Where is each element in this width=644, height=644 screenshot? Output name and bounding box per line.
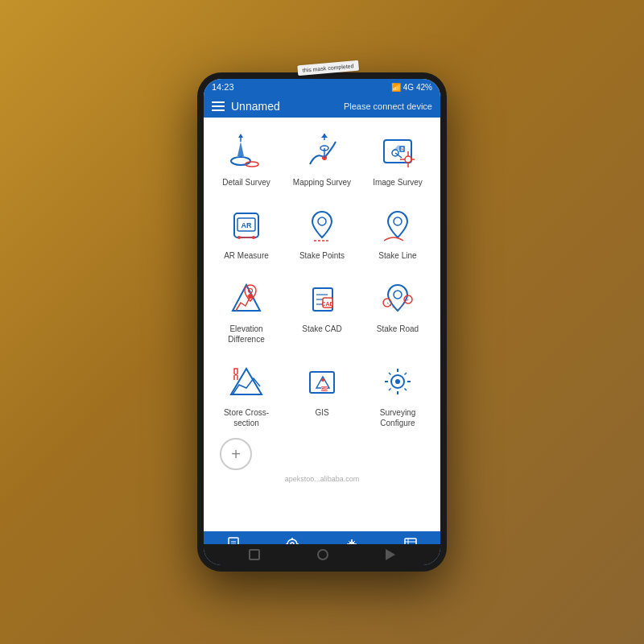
circle-button[interactable] (317, 549, 328, 560)
signal-text: 4G (403, 83, 414, 92)
stake-line-label: Stake Line (378, 250, 416, 261)
svg-line-61 (405, 389, 407, 391)
square-button[interactable] (249, 549, 260, 560)
svg-marker-20 (402, 148, 403, 150)
watermark: apekstoo...alibaba.com (207, 473, 437, 485)
status-icons: 📶 4G 42% (391, 83, 432, 92)
stake-points-icon (300, 204, 344, 247)
battery-text: 42% (416, 83, 432, 92)
gis-label: GIS (315, 407, 328, 418)
svg-text:GIS: GIS (321, 386, 328, 391)
svg-point-29 (394, 217, 402, 225)
svg-point-39 (394, 291, 402, 299)
svg-point-27 (318, 217, 326, 225)
hardware-buttons (204, 544, 440, 565)
status-time: 14:23 (212, 82, 234, 92)
svg-marker-45 (234, 369, 237, 375)
back-button[interactable] (386, 549, 395, 560)
stake-points-label: Stake Points (299, 250, 345, 261)
hamburger-menu[interactable] (212, 101, 225, 111)
svg-point-25 (237, 236, 241, 239)
add-button[interactable]: + (220, 438, 252, 470)
surveying-configure-icon (376, 361, 419, 404)
content-area: Detail Survey (204, 118, 440, 531)
elevation-difference-icon (225, 277, 268, 320)
stake-cad-icon: CAD (300, 277, 344, 320)
stake-cad-label: Stake CAD (302, 324, 341, 334)
elevation-difference-label: Elevation Difference (213, 324, 279, 345)
store-cross-section-icon (225, 361, 268, 404)
svg-point-0 (231, 157, 250, 165)
top-bar-left: Unnamed (212, 100, 280, 113)
svg-point-26 (252, 236, 255, 239)
connect-status: Please connect device (344, 101, 432, 111)
ar-measure-icon: AR (225, 204, 268, 247)
surveying-configure-label: Surveying Configure (365, 407, 431, 428)
grid-item-gis[interactable]: GIS GIS (286, 354, 358, 435)
svg-point-50 (321, 378, 324, 382)
ar-measure-label: AR Measure (224, 250, 269, 261)
image-survey-icon (376, 130, 419, 174)
grid-item-detail-survey[interactable]: Detail Survey (210, 124, 283, 194)
phone: this mask completed 14:23 📶 4G 42% Unnam… (197, 72, 447, 572)
mapping-survey-icon (300, 130, 344, 174)
svg-marker-4 (238, 134, 243, 138)
grid-item-stake-cad[interactable]: CAD Stake CAD (286, 270, 358, 351)
grid-item-image-survey[interactable]: Image Survey (361, 124, 434, 194)
grid-item-stake-road[interactable]: Stake Road (361, 270, 434, 351)
mapping-survey-label: Mapping Survey (293, 177, 351, 188)
grid-item-surveying-configure[interactable]: Surveying Configure (361, 354, 434, 435)
store-cross-section-label: Store Cross-section (213, 407, 279, 428)
svg-line-43 (398, 299, 408, 311)
grid-item-store-cross-section[interactable]: Store Cross-section (210, 354, 283, 435)
svg-marker-2 (237, 142, 244, 156)
stake-line-icon (376, 204, 419, 247)
grid-item-stake-points[interactable]: Stake Points (286, 197, 358, 267)
svg-point-14 (405, 156, 411, 163)
tape-label: this mask completed (297, 60, 359, 76)
scene: this mask completed 14:23 📶 4G 42% Unnam… (0, 0, 644, 644)
detail-survey-icon (225, 130, 268, 174)
top-bar: Unnamed Please connect device (204, 95, 440, 118)
grid-item-elevation-difference[interactable]: Elevation Difference (210, 270, 283, 351)
svg-point-31 (248, 294, 253, 299)
stake-road-icon (376, 277, 419, 320)
phone-screen: 14:23 📶 4G 42% Unnamed Please connect de… (204, 79, 440, 565)
grid-item-ar-measure[interactable]: AR AR Measure (210, 197, 283, 267)
app-title: Unnamed (231, 100, 280, 113)
image-survey-label: Image Survey (373, 177, 423, 188)
svg-point-55 (395, 379, 400, 384)
status-bar: 14:23 📶 4G 42% (204, 79, 440, 95)
svg-text:CAD: CAD (321, 301, 333, 307)
stake-road-label: Stake Road (377, 324, 419, 334)
svg-line-60 (389, 373, 391, 375)
svg-text:AR: AR (242, 221, 252, 229)
grid-item-mapping-survey[interactable]: Mapping Survey (286, 124, 358, 194)
bluetooth-icon: 📶 (391, 83, 401, 92)
grid-item-stake-line[interactable]: Stake Line (361, 197, 434, 267)
svg-line-63 (389, 389, 391, 391)
svg-line-62 (405, 373, 407, 375)
app-grid: Detail Survey (207, 124, 437, 435)
detail-survey-label: Detail Survey (222, 177, 270, 188)
gis-icon: GIS (300, 361, 344, 404)
add-section: + (207, 435, 437, 473)
